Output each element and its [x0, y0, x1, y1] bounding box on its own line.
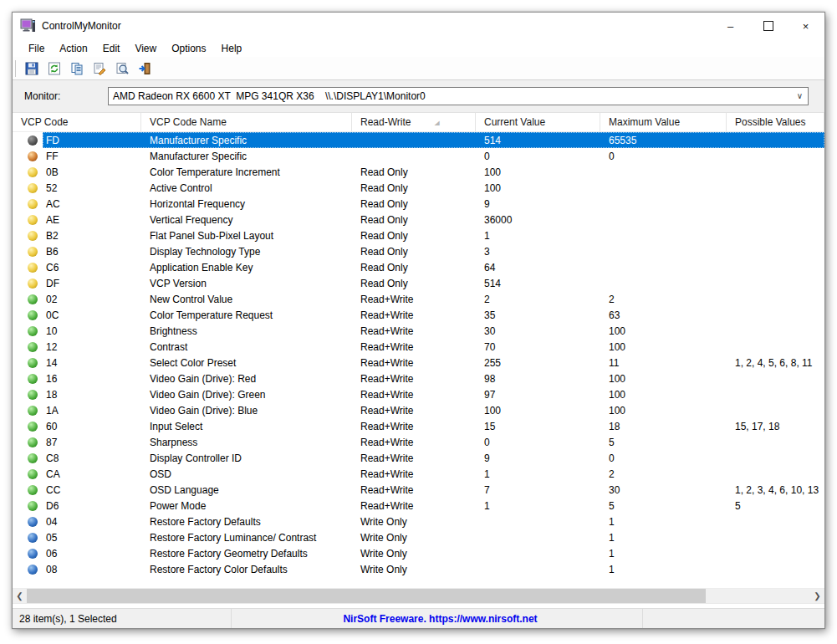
find-button[interactable]	[111, 58, 133, 79]
table-row[interactable]: 12ContrastRead+Write70100	[13, 339, 824, 355]
table-row[interactable]: 18Video Gain (Drive): GreenRead+Write971…	[13, 386, 824, 402]
cell-code: CC	[43, 482, 141, 498]
title-bar: ControlMyMonitor – ×	[13, 13, 824, 39]
cell-name: OSD	[141, 466, 352, 482]
cell-rw: Read Only	[352, 275, 476, 291]
menu-item-edit[interactable]: Edit	[95, 41, 128, 56]
table-row[interactable]: 0CColor Temperature RequestRead+Write356…	[13, 307, 824, 323]
table-row[interactable]: FFManufacturer Specific00	[13, 148, 824, 164]
menu-item-action[interactable]: Action	[52, 41, 94, 56]
column-header-read-write[interactable]: Read-Write◢	[352, 113, 476, 131]
column-header-current-value[interactable]: Current Value	[476, 113, 600, 131]
table-row[interactable]: B2Flat Panel Sub-Pixel LayoutRead Only1	[13, 227, 824, 243]
table-row[interactable]: 02New Control ValueRead+Write22	[13, 291, 824, 307]
table-row[interactable]: 08Restore Factory Color DefaultsWrite On…	[13, 561, 824, 577]
cell-max	[600, 196, 727, 212]
table-row[interactable]: C6Application Enable KeyRead Only64	[13, 259, 824, 275]
nirsoft-link[interactable]: NirSoft Freeware. https://www.nirsoft.ne…	[343, 613, 537, 625]
cell-rw: Read+Write	[352, 450, 476, 466]
column-header-vcp-code[interactable]: VCP Code	[13, 113, 141, 131]
refresh-button[interactable]	[43, 58, 65, 79]
blue-sphere-icon	[28, 533, 38, 543]
yellow-sphere-icon	[28, 199, 38, 209]
cell-rw: Read+Write	[352, 307, 476, 323]
table-row[interactable]: D6Power ModeRead+Write155	[13, 498, 824, 514]
sort-indicator-icon: ◢	[434, 119, 439, 125]
cell-possible	[727, 132, 824, 148]
cell-rw: Read Only	[352, 180, 476, 196]
row-icon-cell	[13, 529, 43, 545]
cell-rw: Read Only	[352, 227, 476, 243]
app-window: ControlMyMonitor – × FileActionEditViewO…	[12, 12, 825, 629]
scroll-left-arrow-icon[interactable]: ❮	[13, 589, 27, 603]
table-row[interactable]: 04Restore Factory DefaultsWrite Only1	[13, 514, 824, 529]
cell-rw: Read Only	[352, 164, 476, 180]
cell-max: 2	[600, 466, 727, 482]
horizontal-scrollbar[interactable]: ❮ ❯	[13, 588, 824, 603]
row-icon-cell	[13, 482, 43, 498]
cell-possible	[727, 514, 824, 529]
cell-current: 35	[476, 307, 600, 323]
menu-item-view[interactable]: View	[127, 41, 164, 56]
column-header-possible-values[interactable]: Possible Values	[727, 113, 824, 131]
table-row[interactable]: 60Input SelectRead+Write151815, 17, 18	[13, 418, 824, 434]
cell-current: 97	[476, 386, 600, 402]
cell-rw: Read Only	[352, 259, 476, 275]
row-icon-cell	[13, 402, 43, 418]
table-row[interactable]: CAOSDRead+Write12	[13, 466, 824, 482]
save-button[interactable]	[21, 58, 43, 79]
cell-possible	[727, 275, 824, 291]
properties-button[interactable]	[89, 58, 110, 79]
table-row[interactable]: B6Display Technology TypeRead Only3	[13, 243, 824, 259]
scrollbar-track[interactable]	[706, 589, 810, 603]
table-row[interactable]: 10BrightnessRead+Write30100	[13, 323, 824, 339]
menu-item-options[interactable]: Options	[164, 41, 213, 56]
column-header-label: Read-Write	[360, 116, 411, 128]
column-header-maximum-value[interactable]: Maximum Value	[600, 113, 727, 131]
column-header-vcp-code-name[interactable]: VCP Code Name	[141, 113, 352, 131]
cell-current: 100	[476, 164, 600, 180]
table-row[interactable]: DFVCP VersionRead Only514	[13, 275, 824, 291]
table-row[interactable]: 06Restore Factory Geometry DefaultsWrite…	[13, 545, 824, 561]
maximize-button[interactable]	[749, 13, 787, 39]
cell-rw: Write Only	[352, 545, 476, 561]
table-row[interactable]: 14Select Color PresetRead+Write255111, 2…	[13, 355, 824, 371]
vcp-table-body: FDManufacturer Specific51465535FFManufac…	[13, 132, 824, 588]
table-row[interactable]: C8Display Controller IDRead+Write90	[13, 450, 824, 466]
menu-item-file[interactable]: File	[21, 41, 52, 56]
cell-rw: Read+Write	[352, 339, 476, 355]
cell-code: 87	[43, 434, 141, 450]
cell-rw: Read Only	[352, 243, 476, 259]
cell-rw: Read+Write	[352, 434, 476, 450]
table-row[interactable]: ACHorizontal FrequencyRead Only9	[13, 196, 824, 212]
minimize-button[interactable]: –	[712, 13, 749, 39]
table-row[interactable]: AEVertical FrequencyRead Only36000	[13, 212, 824, 227]
table-row[interactable]: 1AVideo Gain (Drive): BlueRead+Write1001…	[13, 402, 824, 418]
chevron-down-icon[interactable]: ∨	[797, 91, 803, 100]
cell-code: 60	[43, 418, 141, 434]
cell-code: B6	[43, 243, 141, 259]
row-icon-cell	[13, 132, 43, 148]
table-row[interactable]: 16Video Gain (Drive): RedRead+Write98100	[13, 371, 824, 386]
cell-max: 1	[600, 561, 727, 577]
close-button[interactable]: ×	[787, 13, 824, 39]
table-row[interactable]: 87SharpnessRead+Write05	[13, 434, 824, 450]
row-icon-cell	[13, 291, 43, 307]
menu-bar: FileActionEditViewOptionsHelp	[13, 39, 824, 57]
menu-item-help[interactable]: Help	[214, 41, 250, 56]
cell-name: Manufacturer Specific	[141, 148, 352, 164]
cell-name: Video Gain (Drive): Blue	[141, 402, 352, 418]
copy-button[interactable]	[66, 58, 88, 79]
monitor-combobox[interactable]: AMD Radeon RX 6600 XT MPG 341QR X36 \\.\…	[108, 87, 809, 105]
exit-button[interactable]	[134, 58, 156, 79]
cell-code: 02	[43, 291, 141, 307]
cell-current: 9	[476, 196, 600, 212]
table-row[interactable]: 05Restore Factory Luminance/ ContrastWri…	[13, 529, 824, 545]
table-row[interactable]: FDManufacturer Specific51465535	[13, 132, 824, 148]
table-row[interactable]: 0BColor Temperature IncrementRead Only10…	[13, 164, 824, 180]
cell-current	[476, 561, 600, 577]
table-row[interactable]: CCOSD LanguageRead+Write7301, 2, 3, 4, 6…	[13, 482, 824, 498]
scrollbar-thumb[interactable]	[27, 589, 706, 603]
scroll-right-arrow-icon[interactable]: ❯	[810, 589, 824, 603]
table-row[interactable]: 52Active ControlRead Only100	[13, 180, 824, 196]
